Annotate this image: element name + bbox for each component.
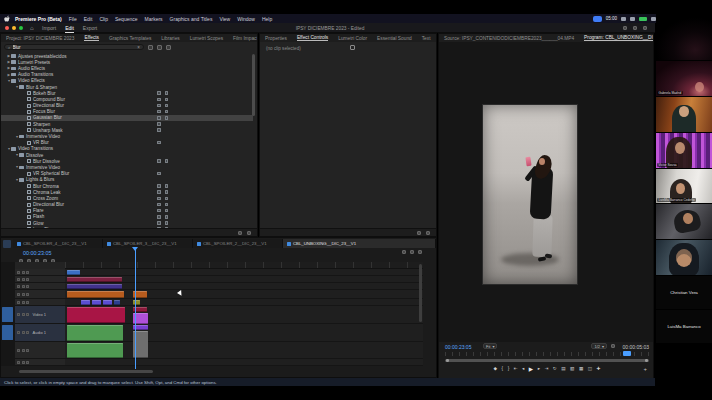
track-toggle-icon[interactable] (26, 278, 29, 281)
tab-libraries[interactable]: Libraries (161, 36, 179, 41)
step-back-button[interactable]: ◂ (522, 366, 524, 372)
track-toggle-icon[interactable] (17, 278, 20, 281)
new-preset-icon[interactable] (247, 231, 251, 235)
keyframe-icon[interactable] (426, 231, 430, 235)
participant-tile[interactable] (656, 240, 712, 276)
track-toggle-icon[interactable] (26, 349, 29, 352)
workspaces-icon[interactable] (623, 26, 627, 30)
tab-program-monitor[interactable]: Program: CBL_UNBOXING__DIC_23__V1 (584, 35, 653, 41)
yuv-effects-filter-icon[interactable] (166, 45, 171, 50)
track-toggle-icon[interactable] (17, 293, 20, 296)
tab-project-ipsy-diciembre-2023[interactable]: Project: IPSY DICIEMBRE 2023 (6, 36, 74, 41)
timeline-timecode[interactable]: 00:00:23:05 (23, 250, 51, 256)
timeline-clip[interactable] (114, 300, 120, 305)
mode-tab-edit[interactable]: Edit (65, 25, 74, 33)
track-header-v1[interactable]: Video 1 (15, 306, 65, 324)
sequence-tab-cbl-spoiler-3-dic-23-v1[interactable]: CBL_SPOILER_3__DIC_23__V1 (103, 239, 193, 248)
track-lane-v6[interactable] (65, 269, 423, 276)
monitor-zoom-scrollbar[interactable] (445, 359, 649, 362)
sequence-tab-cbl-unboxing-dic-23-v1[interactable]: CBL_UNBOXING__DIC_23__V1 (283, 239, 436, 248)
magnet-icon[interactable] (410, 250, 414, 254)
menu-item-file[interactable]: File (69, 16, 77, 22)
participant-tile[interactable]: Gabriela Madrid (656, 61, 712, 97)
track-toggle-icon[interactable] (22, 278, 25, 281)
track-toggle-icon[interactable] (17, 301, 20, 304)
track-toggle-icon[interactable] (26, 271, 29, 274)
program-monitor-view[interactable] (439, 42, 653, 342)
keyboard-icon[interactable] (630, 17, 635, 21)
participant-tile[interactable]: Christian Vera (656, 276, 712, 310)
track-header-v2[interactable] (15, 299, 65, 306)
minimize-window-button[interactable] (12, 26, 16, 30)
new-custom-bin-icon[interactable] (238, 231, 242, 235)
track-toggle-icon[interactable] (22, 301, 25, 304)
track-header-v3[interactable] (15, 290, 65, 299)
mode-tab-import[interactable]: Import (42, 25, 56, 33)
timeline-vertical-scrollbar[interactable] (419, 264, 422, 322)
tab-effect-controls[interactable]: Effect Controls (297, 35, 328, 41)
tab-effects[interactable]: Effects (84, 35, 99, 41)
play-button[interactable]: ▶ (529, 366, 533, 372)
play-effect-icon[interactable] (417, 231, 421, 235)
quick-export-icon[interactable] (633, 26, 637, 30)
timeline-clip[interactable] (67, 325, 123, 341)
track-toggle-icon[interactable] (26, 285, 29, 288)
clear-search-icon[interactable]: × (137, 45, 140, 50)
track-header-a2[interactable] (15, 342, 65, 359)
monitor-playhead[interactable] (623, 351, 631, 356)
accelerated-effects-filter-icon[interactable] (148, 45, 153, 50)
track-toggle-icon[interactable] (26, 313, 29, 316)
track-toggle-icon[interactable] (22, 361, 25, 364)
add-marker-button[interactable]: ◆ (494, 366, 498, 372)
track-toggle-icon[interactable] (22, 285, 25, 288)
tab-film-impact-dashboard[interactable]: Film Impact Dashboard (233, 36, 257, 41)
track-toggle-icon[interactable] (17, 349, 20, 352)
timeline-settings-icon[interactable] (402, 250, 406, 254)
track-toggle-icon[interactable] (17, 361, 20, 364)
progress-icon[interactable] (643, 26, 647, 30)
track-toggle-icon[interactable] (17, 331, 20, 334)
participant-tile[interactable] (656, 14, 712, 61)
participant-tile[interactable]: LuisMa Barranco Cedeño (656, 169, 712, 204)
timeline-clip[interactable] (92, 300, 101, 305)
menu-item-edit[interactable]: Edit (84, 16, 93, 22)
home-icon[interactable]: ⌂ (30, 25, 34, 31)
checkbox-icon[interactable] (350, 45, 355, 50)
track-toggle-icon[interactable] (22, 293, 25, 296)
tab-text[interactable]: Text (422, 36, 431, 41)
comparison-view-button[interactable]: ◫ (588, 366, 592, 372)
timeline-clip[interactable] (81, 300, 90, 305)
menu-item-view[interactable]: View (219, 16, 230, 22)
track-header-v5[interactable] (15, 276, 65, 283)
track-toggle-icon[interactable] (26, 301, 29, 304)
track-toggle-icon[interactable] (17, 313, 20, 316)
lift-button[interactable]: ▤ (561, 366, 565, 372)
mark-out-button[interactable]: } (508, 366, 510, 372)
zoom-window-button[interactable] (19, 26, 23, 30)
track-toggle-icon[interactable] (22, 271, 25, 274)
sequence-tab-cbl-spoiler-4-dic-23-v1[interactable]: CBL_SPOILER_4__DIC_23__V1 (13, 239, 103, 248)
mark-in-button[interactable]: { (502, 366, 504, 372)
step-forward-button[interactable]: ▸ (538, 366, 540, 372)
button-editor-plus[interactable]: + (643, 366, 647, 372)
tab-lumetri-scopes[interactable]: Lumetri Scopes (190, 36, 223, 41)
timeline-clip[interactable] (67, 270, 80, 275)
menu-item-graphics-and-titles[interactable]: Graphics and Titles (170, 16, 213, 22)
track-header-v4[interactable] (15, 283, 65, 290)
search-input[interactable] (13, 45, 136, 50)
source-patch-indicator[interactable] (2, 325, 13, 340)
tab-lumetri-color[interactable]: Lumetri Color (338, 36, 367, 41)
menubar-app-name[interactable]: Premiere Pro (Beta) (15, 16, 62, 22)
32bit-effects-filter-icon[interactable] (157, 45, 162, 50)
track-toggle-icon[interactable] (22, 331, 25, 334)
wrench-settings-icon[interactable] (611, 344, 615, 348)
loop-button[interactable]: ↻ (553, 366, 557, 372)
playback-resolution-select[interactable]: 1/2▾ (591, 343, 607, 349)
participant-tile[interactable] (656, 97, 712, 133)
tab-properties[interactable]: Properties (265, 36, 287, 41)
tab-graphics-templates[interactable]: Graphics Templates (109, 36, 151, 41)
timeline-horizontal-scrollbar[interactable] (19, 370, 153, 373)
screen-share-icon[interactable] (593, 16, 602, 22)
timeline-clip[interactable] (67, 284, 122, 289)
go-to-out-button[interactable]: ⇥ (544, 366, 548, 372)
